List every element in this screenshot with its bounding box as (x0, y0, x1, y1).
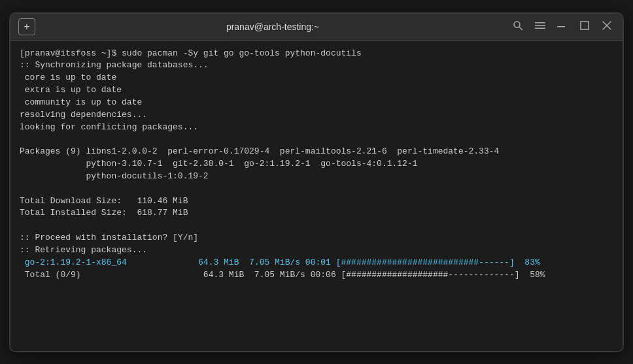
new-tab-button[interactable]: + (18, 18, 35, 35)
line-blank-1 (20, 133, 613, 146)
search-icon[interactable] (510, 19, 526, 35)
line-12: :: Proceed with installation? [Y/n] (20, 232, 613, 244)
line-3: extra is up to date (20, 84, 613, 97)
svg-line-1 (519, 27, 522, 30)
line-progress-2: Total (0/9) 64.3 MiB 7.05 MiB/s 00:06 [#… (20, 269, 613, 282)
terminal-window: + pranav@arch-testing:~ (9, 12, 624, 352)
line-8: python-3.10.7-1 git-2.38.0-1 go-2:1.19.2… (20, 158, 613, 171)
line-blank-3 (20, 220, 613, 232)
line-1: :: Synchronizing package databases... (20, 59, 613, 72)
close-button[interactable] (599, 19, 615, 35)
window-title: pranav@arch-testing:~ (35, 22, 510, 32)
line-2: core is up to date (20, 72, 613, 84)
line-5: resolving dependencies... (20, 109, 613, 122)
line-13: :: Retrieving packages... (20, 244, 613, 257)
maximize-button[interactable] (577, 19, 592, 35)
svg-rect-4 (535, 27, 545, 29)
line-9: python-docutils-1:0.19-2 (20, 171, 613, 183)
line-10: Total Download Size: 110.46 MiB (20, 195, 613, 208)
titlebar: + pranav@arch-testing:~ (10, 14, 623, 41)
line-7: Packages (9) libns1-2.0.0-2 perl-error-0… (20, 146, 613, 158)
line-0: [pranav@itsfoss ~]$ sudo pacman -Sy git … (20, 48, 613, 60)
svg-rect-5 (557, 26, 565, 27)
terminal-output[interactable]: [pranav@itsfoss ~]$ sudo pacman -Sy git … (10, 41, 623, 351)
svg-rect-2 (535, 22, 545, 24)
minimize-button[interactable] (555, 19, 570, 35)
line-6: looking for conflicting packages... (20, 122, 613, 134)
line-4: community is up to date (20, 97, 613, 109)
new-tab-icon: + (24, 21, 29, 33)
line-progress-1: go-2:1.19.2-1-x86_64 64.3 MiB 7.05 MiB/s… (20, 257, 613, 269)
line-blank-2 (20, 183, 613, 195)
titlebar-left: + (18, 18, 35, 35)
svg-rect-3 (535, 25, 545, 26)
svg-rect-6 (581, 22, 589, 29)
titlebar-controls (510, 19, 615, 35)
line-11: Total Installed Size: 618.77 MiB (20, 207, 613, 220)
menu-icon[interactable] (532, 19, 548, 35)
